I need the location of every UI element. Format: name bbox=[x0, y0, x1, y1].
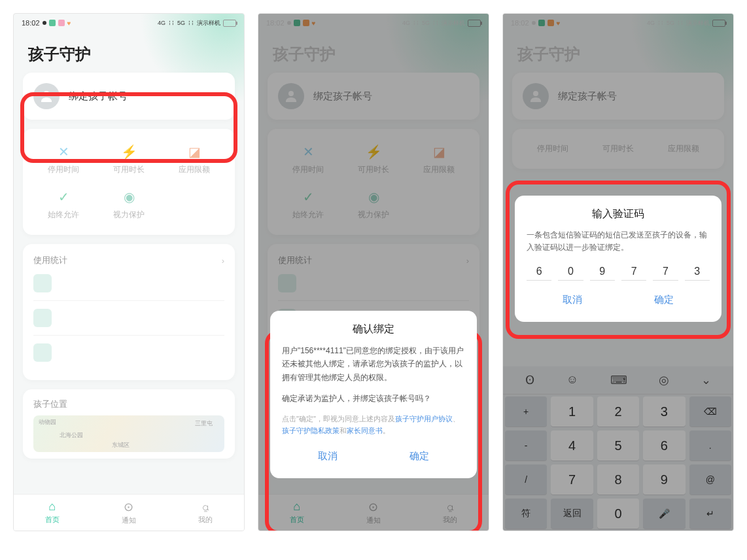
code-input-row[interactable]: 6 0 9 7 7 3 bbox=[527, 263, 710, 281]
key-2[interactable]: 2 bbox=[597, 396, 639, 427]
home-icon: ⌂ bbox=[14, 500, 90, 514]
key-0[interactable]: 0 bbox=[597, 499, 639, 529]
cancel-button[interactable]: 取消 bbox=[282, 446, 373, 466]
dialog-title: 确认绑定 bbox=[282, 323, 465, 336]
bind-account-card: 绑定孩子帐号 bbox=[268, 73, 479, 120]
numeric-keyboard: ʘ ☺ ⌨ ◎ ⌄ + 1 2 3 ⌫ - 4 5 6 . / 7 8 9 @ … bbox=[503, 366, 733, 531]
kbd-collapse-icon[interactable]: ⌄ bbox=[701, 373, 711, 387]
key-4[interactable]: 4 bbox=[551, 430, 593, 461]
confirm-bind-dialog: 确认绑定 用户"156****4111"已同意您的绑定授权，由于该用户还未被其他… bbox=[270, 311, 477, 478]
ok-button[interactable]: 确定 bbox=[373, 446, 465, 466]
kbd-emoji-icon[interactable]: ☺ bbox=[566, 373, 578, 387]
kbd-logo-icon[interactable]: ʘ bbox=[525, 373, 534, 387]
key-slash[interactable]: / bbox=[505, 464, 547, 495]
code-digit[interactable]: 7 bbox=[621, 263, 646, 281]
key-8[interactable]: 8 bbox=[597, 464, 639, 495]
grid-item-downtime[interactable]: ✕停用时间 bbox=[33, 139, 94, 179]
code-digit[interactable]: 0 bbox=[558, 263, 583, 281]
tab-bar: ⌂首页 ⊙通知 ⍶我的 bbox=[258, 494, 489, 531]
dialog-text-2: 确定承诺为监护人，并绑定该孩子帐号吗？ bbox=[282, 392, 465, 405]
kbd-ime-icon[interactable]: ⌨ bbox=[610, 373, 627, 387]
key-6[interactable]: 6 bbox=[643, 430, 685, 461]
chevron-right-icon: › bbox=[222, 256, 224, 266]
list-item bbox=[33, 336, 224, 370]
tab-me[interactable]: ⍶我的 bbox=[167, 495, 244, 531]
link-user-agreement[interactable]: 孩子守护用户协议 bbox=[395, 415, 453, 423]
map-preview: 动物园 北海公园 三里屯 东城区 bbox=[33, 415, 224, 452]
phone-screen-1: 18:02♥ 4G⫶⫶5G⫶⫶演示样机 孩子守护 绑定孩子帐号 ✕停用时间 ⚡可… bbox=[13, 13, 245, 531]
kbd-mic-icon[interactable]: ◎ bbox=[659, 373, 669, 387]
svg-point-2 bbox=[533, 91, 538, 96]
page-title: 孩子守护 bbox=[258, 32, 489, 73]
svg-point-0 bbox=[44, 91, 49, 96]
verify-code-dialog: 输入验证码 一条包含短信验证码的短信已发送至孩子的设备，输入验证码以进一步验证绑… bbox=[515, 196, 721, 322]
phone-screen-3: 18:02♥ 4G⫶⫶5G⫶⫶演示样机 孩子守护 绑定孩子帐号 停用时间 可用时… bbox=[502, 13, 734, 531]
status-bar: 18:02♥ 4G⫶⫶5G⫶⫶演示样机 bbox=[258, 14, 489, 32]
key-at[interactable]: @ bbox=[689, 464, 731, 495]
bind-account-card[interactable]: 绑定孩子帐号 bbox=[23, 73, 235, 120]
dialog-title: 输入验证码 bbox=[527, 207, 710, 221]
key-symbol[interactable]: 符 bbox=[505, 499, 547, 529]
location-header: 孩子位置 bbox=[33, 398, 67, 410]
link-privacy[interactable]: 孩子守护隐私政策 bbox=[282, 427, 339, 434]
list-item bbox=[33, 301, 224, 336]
key-minus[interactable]: - bbox=[505, 430, 547, 461]
stats-header: 使用统计 bbox=[33, 254, 67, 266]
phone-screen-2: 18:02♥ 4G⫶⫶5G⫶⫶演示样机 孩子守护 绑定孩子帐号 ✕停用时间 ⚡可… bbox=[258, 13, 489, 531]
dialog-desc: 一条包含短信验证码的短信已发送至孩子的设备，输入验证码以进一步验证绑定。 bbox=[527, 229, 710, 254]
tab-bar: ⌂首页 ⊙通知 ⍶我的 bbox=[14, 494, 244, 531]
bind-label: 绑定孩子帐号 bbox=[69, 90, 128, 103]
dialog-text-1: 用户"156****4111"已同意您的绑定授权，由于该用户还未被其他人绑定，请… bbox=[282, 344, 465, 384]
tab-home[interactable]: ⌂首页 bbox=[14, 495, 90, 531]
key-voice[interactable]: 🎤 bbox=[643, 499, 685, 529]
list-item bbox=[33, 266, 224, 301]
link-parent-consent[interactable]: 家长同意书 bbox=[347, 427, 383, 434]
page-title: 孩子守护 bbox=[14, 32, 244, 73]
key-plus[interactable]: + bbox=[505, 396, 547, 427]
grid-item-screentime[interactable]: ⚡可用时长 bbox=[99, 139, 159, 179]
code-digit[interactable]: 9 bbox=[590, 263, 615, 281]
key-enter[interactable]: ↵ bbox=[689, 499, 731, 529]
key-back[interactable]: 返回 bbox=[551, 499, 593, 529]
code-digit[interactable]: 3 bbox=[685, 263, 710, 281]
feature-grid: ✕停用时间 ⚡可用时长 ◪应用限额 ✓始终允许 ◉视力保护 bbox=[23, 129, 235, 235]
dialog-fine-print: 点击"确定"，即视为同意上述内容及孩子守护用户协议、孩子守护隐私政策和家长同意书… bbox=[282, 413, 465, 437]
page-title: 孩子守护 bbox=[503, 32, 733, 73]
usage-stats-card[interactable]: 使用统计› bbox=[23, 244, 235, 380]
code-digit[interactable]: 6 bbox=[527, 263, 551, 281]
grid-item-eyecare[interactable]: ◉视力保护 bbox=[99, 184, 159, 224]
grid-item-applimit[interactable]: ◪应用限额 bbox=[164, 139, 224, 179]
status-bar: 18:02♥ 4G⫶⫶5G⫶⫶演示样机 bbox=[503, 14, 733, 32]
key-7[interactable]: 7 bbox=[551, 464, 593, 495]
location-card[interactable]: 孩子位置 动物园 北海公园 三里屯 东城区 bbox=[23, 389, 235, 459]
status-bar: 18:02♥ 4G⫶⫶5G⫶⫶演示样机 bbox=[14, 14, 244, 32]
svg-point-1 bbox=[288, 91, 294, 96]
key-9[interactable]: 9 bbox=[643, 464, 685, 495]
key-backspace[interactable]: ⌫ bbox=[689, 396, 731, 427]
tab-notify[interactable]: ⊙通知 bbox=[90, 495, 167, 531]
grid-item-allowed[interactable]: ✓始终允许 bbox=[33, 184, 94, 224]
avatar-icon bbox=[33, 83, 60, 109]
key-1[interactable]: 1 bbox=[551, 396, 593, 427]
cancel-button[interactable]: 取消 bbox=[527, 290, 618, 310]
key-dot[interactable]: . bbox=[689, 430, 731, 461]
key-3[interactable]: 3 bbox=[643, 396, 685, 427]
chat-icon: ⊙ bbox=[90, 500, 167, 514]
code-digit[interactable]: 7 bbox=[653, 263, 678, 281]
user-icon: ⍶ bbox=[167, 500, 244, 514]
key-5[interactable]: 5 bbox=[597, 430, 639, 461]
ok-button[interactable]: 确定 bbox=[618, 290, 710, 310]
